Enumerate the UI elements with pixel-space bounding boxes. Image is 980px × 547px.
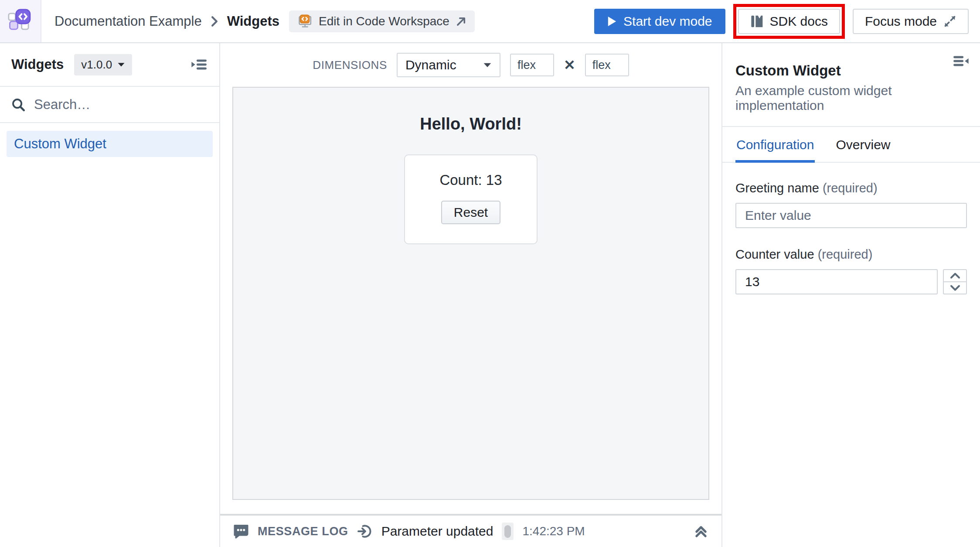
message-log-label: MESSAGE LOG — [258, 525, 348, 538]
sdk-docs-label: SDK docs — [770, 14, 828, 29]
field-label-text: Greeting name — [735, 181, 819, 195]
panel-subtitle: An example custom widget implementation — [735, 83, 967, 113]
chat-bubble-icon — [233, 524, 249, 539]
tab-configuration[interactable]: Configuration — [735, 127, 815, 163]
expand-message-log-button[interactable] — [694, 524, 708, 539]
sidebar-item-custom-widget[interactable]: Custom Widget — [7, 131, 213, 157]
field-label-text: Counter value — [735, 247, 814, 261]
tab-configuration-label: Configuration — [736, 137, 814, 152]
widget-list: Custom Widget — [0, 123, 219, 165]
dimensions-controls: DIMENSIONS Dynamic ✕ — [220, 43, 721, 87]
badge-pill — [504, 525, 511, 538]
app-logo-strip[interactable] — [0, 0, 41, 42]
widget-preview-frame: Hello, World! Count: 13 Reset — [232, 87, 709, 500]
counter-value-input[interactable] — [735, 269, 938, 294]
counter-value-field: Counter value (required) — [735, 247, 967, 294]
app-window: Documentation Example Widgets Edit in Co… — [0, 0, 980, 547]
chevron-right-icon — [210, 16, 219, 27]
collapse-panel-button[interactable] — [952, 54, 970, 68]
search-input[interactable] — [34, 97, 208, 113]
external-link-arrow-icon — [456, 16, 467, 27]
breadcrumb-current[interactable]: Widgets — [227, 14, 279, 29]
version-label: v1.0.0 — [81, 58, 112, 72]
double-chevron-up-icon — [694, 524, 708, 539]
collapse-left-icon — [191, 57, 208, 72]
top-bar: Documentation Example Widgets Edit in Co… — [0, 0, 980, 43]
docs-book-icon — [750, 14, 763, 28]
sidebar-item-label: Custom Widget — [14, 136, 106, 152]
decrement-button[interactable] — [943, 282, 967, 294]
chevron-up-icon — [950, 272, 960, 279]
greeting-name-input[interactable] — [735, 203, 967, 228]
message-log-event: Parameter updated — [381, 524, 493, 539]
panel-tabs: Configuration Overview — [722, 127, 980, 163]
version-select[interactable]: v1.0.0 — [74, 54, 132, 75]
counter-value-label: Counter value (required) — [735, 247, 967, 262]
widgets-app-logo-icon — [7, 8, 34, 35]
tab-overview-label: Overview — [836, 137, 890, 152]
required-suffix: (required) — [823, 181, 878, 195]
chevron-down-icon — [950, 284, 960, 291]
sidebar-header: Widgets v1.0.0 — [0, 43, 219, 87]
caret-down-icon — [117, 62, 125, 68]
width-input[interactable] — [510, 54, 554, 76]
greeting-name-field: Greeting name (required) — [735, 181, 967, 228]
collapse-right-icon — [952, 54, 970, 68]
edit-in-code-workspace-button[interactable]: Edit in Code Workspace — [289, 10, 475, 32]
config-panel: Custom Widget An example custom widget i… — [721, 43, 980, 547]
preview-pane: DIMENSIONS Dynamic ✕ Hello, World! Count… — [220, 43, 721, 547]
times-glyph: ✕ — [564, 57, 575, 73]
app-body: Widgets v1.0.0 — [0, 43, 980, 547]
preview-area: Hello, World! Count: 13 Reset — [220, 87, 721, 514]
increment-button[interactable] — [943, 269, 967, 282]
dimensions-mode-select[interactable]: Dynamic — [397, 53, 500, 77]
start-dev-mode-button[interactable]: Start dev mode — [594, 9, 725, 34]
collapse-sidebar-button[interactable] — [191, 57, 208, 72]
start-dev-mode-label: Start dev mode — [623, 14, 712, 29]
greeting-name-label: Greeting name (required) — [735, 181, 967, 195]
search-icon — [11, 98, 25, 112]
sdk-docs-highlight-box: SDK docs — [733, 4, 845, 39]
expand-icon — [943, 15, 956, 28]
breadcrumb-parent[interactable]: Documentation Example — [54, 14, 202, 29]
edit-chip-label: Edit in Code Workspace — [319, 14, 449, 28]
dimensions-label: DIMENSIONS — [313, 58, 387, 72]
topbar-actions: Start dev mode SDK docs Focus mode — [594, 4, 980, 39]
code-workspace-icon — [297, 14, 313, 29]
message-log-timestamp: 1:42:23 PM — [522, 524, 585, 538]
count-value: Count: 13 — [439, 172, 502, 188]
required-suffix: (required) — [818, 247, 873, 261]
configuration-form: Greeting name (required) Counter value (… — [722, 163, 980, 313]
counter-card: Count: 13 Reset — [404, 154, 538, 244]
sidebar-title: Widgets — [11, 57, 64, 72]
height-input[interactable] — [585, 54, 629, 76]
message-log-badge[interactable] — [502, 523, 514, 540]
panel-title: Custom Widget — [735, 62, 967, 79]
widgets-sidebar: Widgets v1.0.0 — [0, 43, 220, 547]
widget-heading: Hello, World! — [420, 115, 522, 133]
counter-numeric-input-group — [735, 269, 967, 294]
sidebar-search — [0, 87, 219, 123]
focus-mode-button[interactable]: Focus mode — [853, 9, 969, 34]
counter-stepper — [943, 269, 967, 294]
play-icon — [607, 16, 617, 27]
sdk-docs-button[interactable]: SDK docs — [738, 9, 840, 34]
config-panel-header: Custom Widget An example custom widget i… — [722, 43, 980, 127]
breadcrumb: Documentation Example Widgets — [54, 14, 279, 29]
message-log-bar: MESSAGE LOG Parameter updated 1:42:23 PM — [220, 514, 721, 547]
focus-mode-label: Focus mode — [865, 14, 937, 29]
tab-overview[interactable]: Overview — [835, 127, 891, 163]
caret-down-icon — [483, 62, 492, 68]
reset-button[interactable]: Reset — [441, 201, 500, 224]
dimensions-mode-value: Dynamic — [405, 58, 456, 72]
sign-in-arrow-icon — [357, 523, 373, 539]
